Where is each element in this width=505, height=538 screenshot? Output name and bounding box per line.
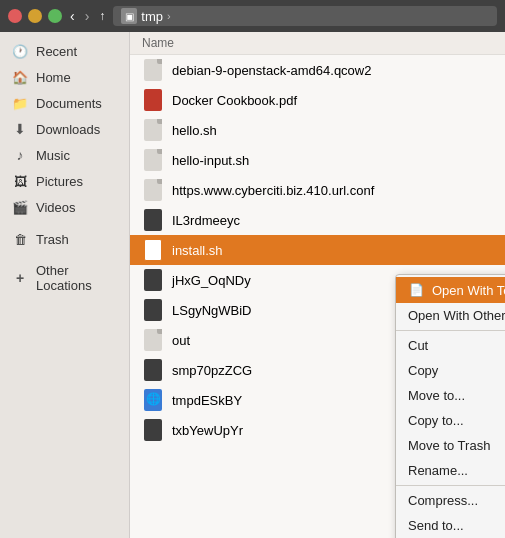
context-menu-item-rename[interactable]: Rename...F2 <box>396 458 505 483</box>
file-icon <box>142 299 164 321</box>
close-button[interactable] <box>8 9 22 23</box>
context-menu-item-cut[interactable]: CutCtrl+X <box>396 333 505 358</box>
file-name: smp70pzZCG <box>172 363 252 378</box>
sidebar-label-downloads: Downloads <box>36 122 100 137</box>
titlebar: ‹ › ↑ ▣ tmp › <box>0 0 505 32</box>
videos-icon <box>12 199 28 215</box>
ctx-label-copy: Copy <box>408 363 438 378</box>
file-icon <box>142 239 164 261</box>
file-item[interactable]: IL3rdmeeyc <box>130 205 505 235</box>
sidebar-item-trash[interactable]: Trash <box>0 226 129 252</box>
context-menu: 📄Open With Text EditorReturnOpen With Ot… <box>395 274 505 538</box>
pictures-icon <box>12 173 28 189</box>
file-name: hello-input.sh <box>172 153 249 168</box>
location-chevron: › <box>167 10 171 22</box>
file-item[interactable]: debian-9-openstack-amd64.qcow2 <box>130 55 505 85</box>
sidebar-label-recent: Recent <box>36 44 77 59</box>
file-item[interactable]: hello.sh <box>130 115 505 145</box>
main-area: Recent Home Documents Downloads Music Pi… <box>0 32 505 538</box>
context-menu-separator <box>396 485 505 486</box>
file-icon <box>142 149 164 171</box>
file-name: out <box>172 333 190 348</box>
file-icon <box>142 359 164 381</box>
ctx-label-cut: Cut <box>408 338 428 353</box>
maximize-button[interactable] <box>48 9 62 23</box>
forward-button[interactable]: › <box>83 8 92 24</box>
context-menu-item-copy-to[interactable]: Copy to... <box>396 408 505 433</box>
trash-icon <box>12 231 28 247</box>
sidebar-item-pictures[interactable]: Pictures <box>0 168 129 194</box>
ctx-label-copy-to: Copy to... <box>408 413 464 428</box>
sidebar-label-videos: Videos <box>36 200 76 215</box>
file-name: tmpdESkBY <box>172 393 242 408</box>
ctx-icon-open-text: 📄 <box>408 282 424 298</box>
file-name: install.sh <box>172 243 223 258</box>
ctx-label-open-text: Open With Text Editor <box>432 283 505 298</box>
ctx-label-move-trash: Move to Trash <box>408 438 490 453</box>
sidebar-item-documents[interactable]: Documents <box>0 90 129 116</box>
sidebar-item-music[interactable]: Music <box>0 142 129 168</box>
sidebar-label-pictures: Pictures <box>36 174 83 189</box>
file-icon <box>142 209 164 231</box>
file-item[interactable]: https.www.cyberciti.biz.410.url.conf <box>130 175 505 205</box>
documents-icon <box>12 95 28 111</box>
file-icon <box>142 389 164 411</box>
ctx-label-move-to: Move to... <box>408 388 465 403</box>
up-button[interactable]: ↑ <box>97 9 107 23</box>
file-icon <box>142 329 164 351</box>
file-icon <box>142 269 164 291</box>
file-icon <box>142 59 164 81</box>
file-name: Docker Cookbook.pdf <box>172 93 297 108</box>
file-item[interactable]: Docker Cookbook.pdf <box>130 85 505 115</box>
sidebar: Recent Home Documents Downloads Music Pi… <box>0 32 130 538</box>
ctx-label-compress: Compress... <box>408 493 478 508</box>
location-label: tmp <box>141 9 163 24</box>
file-icon <box>142 119 164 141</box>
file-name: jHxG_OqNDy <box>172 273 251 288</box>
file-icon <box>142 179 164 201</box>
context-menu-item-move-to[interactable]: Move to... <box>396 383 505 408</box>
other-icon <box>12 270 28 286</box>
context-menu-item-open-text[interactable]: 📄Open With Text EditorReturn <box>396 277 505 303</box>
location-icon: ▣ <box>121 8 137 24</box>
context-menu-item-open-other[interactable]: Open With Other Application <box>396 303 505 328</box>
sidebar-item-videos[interactable]: Videos <box>0 194 129 220</box>
minimize-button[interactable] <box>28 9 42 23</box>
ctx-label-open-other: Open With Other Application <box>408 308 505 323</box>
file-icon <box>142 419 164 441</box>
file-name: txbYewUpYr <box>172 423 243 438</box>
file-name: IL3rdmeeyc <box>172 213 240 228</box>
location-bar[interactable]: ▣ tmp › <box>113 6 497 26</box>
sidebar-label-trash: Trash <box>36 232 69 247</box>
file-item[interactable]: hello-input.sh <box>130 145 505 175</box>
sidebar-label-music: Music <box>36 148 70 163</box>
sidebar-item-downloads[interactable]: Downloads <box>0 116 129 142</box>
sidebar-label-other: Other Locations <box>36 263 117 293</box>
file-name: hello.sh <box>172 123 217 138</box>
sidebar-label-home: Home <box>36 70 71 85</box>
ctx-label-send-to: Send to... <box>408 518 464 533</box>
context-menu-item-send-to[interactable]: Send to... <box>396 513 505 538</box>
sidebar-item-recent[interactable]: Recent <box>0 38 129 64</box>
file-name: debian-9-openstack-amd64.qcow2 <box>172 63 371 78</box>
sidebar-label-documents: Documents <box>36 96 102 111</box>
file-item[interactable]: install.sh <box>130 235 505 265</box>
context-menu-separator <box>396 330 505 331</box>
context-menu-item-compress[interactable]: Compress... <box>396 488 505 513</box>
back-button[interactable]: ‹ <box>68 8 77 24</box>
context-menu-item-move-trash[interactable]: Move to TrashDelete <box>396 433 505 458</box>
home-icon <box>12 69 28 85</box>
recent-icon <box>12 43 28 59</box>
sidebar-item-other[interactable]: Other Locations <box>0 258 129 298</box>
file-icon <box>142 89 164 111</box>
file-name: LSgyNgWBiD <box>172 303 251 318</box>
file-area: Name debian-9-openstack-amd64.qcow2Docke… <box>130 32 505 538</box>
downloads-icon <box>12 121 28 137</box>
context-menu-item-copy[interactable]: CopyCtrl+C <box>396 358 505 383</box>
music-icon <box>12 147 28 163</box>
file-name: https.www.cyberciti.biz.410.url.conf <box>172 183 374 198</box>
file-list-header: Name <box>130 32 505 55</box>
sidebar-item-home[interactable]: Home <box>0 64 129 90</box>
ctx-label-rename: Rename... <box>408 463 468 478</box>
